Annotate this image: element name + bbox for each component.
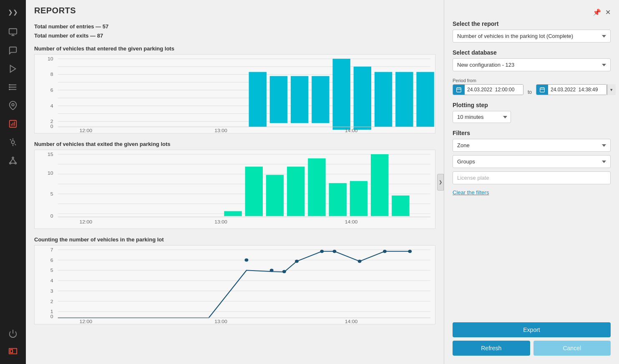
entries-value: 57 xyxy=(103,23,108,30)
svg-point-7 xyxy=(9,85,10,85)
main-body: Total number of entries — 57 Total numbe… xyxy=(26,18,444,364)
svg-text:13:00: 13:00 xyxy=(214,128,227,133)
zone-filter-dropdown[interactable]: Zone xyxy=(453,139,611,152)
sidebar-power-icon[interactable] xyxy=(5,326,21,341)
svg-text:2: 2 xyxy=(50,119,53,124)
stats-row: Total number of entries — 57 Total numbe… xyxy=(34,22,435,40)
sidebar: ❯❯ xyxy=(0,0,26,364)
svg-text:14:00: 14:00 xyxy=(345,319,358,324)
panel-top-icons: 📌 ✕ xyxy=(453,8,611,16)
svg-text:13:00: 13:00 xyxy=(214,319,227,324)
svg-rect-45 xyxy=(270,76,287,123)
svg-text:10: 10 xyxy=(48,171,53,176)
sidebar-item-list[interactable] xyxy=(5,79,21,95)
svg-rect-76 xyxy=(392,196,409,216)
svg-marker-3 xyxy=(10,65,16,73)
svg-text:5: 5 xyxy=(50,191,53,196)
refresh-button[interactable]: Refresh xyxy=(453,341,530,356)
svg-rect-71 xyxy=(287,167,304,216)
exits-stat: Total number of exits — 87 xyxy=(34,31,435,40)
svg-text:12:00: 12:00 xyxy=(79,128,92,133)
svg-point-97 xyxy=(270,269,274,272)
plotting-step-label: Plotting step xyxy=(453,102,611,108)
svg-text:6: 6 xyxy=(50,257,53,262)
entries-stat: Total number of entries — 57 xyxy=(34,22,435,31)
sidebar-item-reports[interactable] xyxy=(5,116,21,132)
filters-label: Filters xyxy=(453,130,611,136)
exits-value: 87 xyxy=(97,33,103,39)
svg-rect-69 xyxy=(245,167,263,216)
select-report-dropdown[interactable]: Number of vehicles in the parking lot (C… xyxy=(453,30,611,43)
svg-line-23 xyxy=(10,158,13,162)
sidebar-item-message[interactable] xyxy=(5,134,21,150)
svg-text:2: 2 xyxy=(50,299,53,304)
right-panel-expand-handle[interactable]: ❯ xyxy=(437,174,444,191)
date-range-dropdown-button[interactable]: ▾ xyxy=(607,84,616,95)
clear-filters-button[interactable]: Clear the filters xyxy=(453,189,489,196)
period-section: Period from to to xyxy=(453,78,611,95)
date-to-calendar-button[interactable] xyxy=(536,85,548,95)
chart-entries-section: Number of vehicles that entered the give… xyxy=(34,45,435,133)
sidebar-item-location[interactable] xyxy=(5,98,21,113)
sidebar-expand-icon[interactable]: ❯❯ xyxy=(5,4,21,20)
main-header: REPORTS xyxy=(26,0,444,18)
pin-button[interactable]: 📌 xyxy=(593,8,601,16)
svg-rect-49 xyxy=(354,67,371,130)
svg-rect-46 xyxy=(291,76,308,123)
chart-count-title: Counting the number of vehicles in the p… xyxy=(34,236,435,243)
svg-rect-28 xyxy=(10,350,13,353)
sidebar-expand-bottom-icon[interactable] xyxy=(5,344,21,360)
svg-rect-52 xyxy=(416,72,434,127)
svg-rect-48 xyxy=(332,59,350,130)
close-button[interactable]: ✕ xyxy=(605,8,611,16)
sidebar-item-play[interactable] xyxy=(5,61,21,77)
svg-rect-47 xyxy=(312,76,329,123)
svg-point-103 xyxy=(383,250,387,253)
date-to-input[interactable] xyxy=(548,85,606,95)
svg-rect-68 xyxy=(224,211,242,216)
svg-point-96 xyxy=(244,259,248,262)
btn-row: Refresh Cancel xyxy=(453,341,611,356)
date-from-input[interactable] xyxy=(465,85,523,95)
svg-point-20 xyxy=(12,157,14,159)
sidebar-item-monitor[interactable] xyxy=(5,24,21,40)
period-to-label: to xyxy=(528,82,532,95)
export-button[interactable]: Export xyxy=(453,322,611,337)
groups-filter-dropdown[interactable]: Groups xyxy=(453,155,611,168)
svg-point-99 xyxy=(295,260,299,263)
svg-text:1: 1 xyxy=(50,309,53,314)
select-database-dropdown[interactable]: New configuration - 123 xyxy=(453,58,611,71)
plotting-step-dropdown[interactable]: 1 minute 5 minutes 10 minutes 30 minutes… xyxy=(453,111,511,123)
svg-rect-75 xyxy=(371,154,388,216)
chart-exits-container: 15 10 5 0 xyxy=(34,150,435,229)
svg-rect-50 xyxy=(375,72,392,127)
svg-point-98 xyxy=(282,270,286,274)
period-from-col: Period from xyxy=(453,78,523,95)
svg-rect-113 xyxy=(540,88,545,92)
sidebar-item-network[interactable] xyxy=(5,153,21,168)
svg-point-101 xyxy=(332,250,336,253)
svg-text:4: 4 xyxy=(50,103,53,108)
chart-count-container: 7 6 5 4 3 2 1 0 xyxy=(34,245,435,324)
cancel-button[interactable]: Cancel xyxy=(533,341,611,356)
date-from-calendar-button[interactable] xyxy=(453,85,465,95)
plotting-step-section: Plotting step 1 minute 5 minutes 10 minu… xyxy=(453,102,611,123)
sidebar-item-chat[interactable] xyxy=(5,43,21,58)
main-content: REPORTS Total number of entries — 57 Tot… xyxy=(26,0,444,364)
svg-text:0: 0 xyxy=(50,314,53,319)
license-plate-input[interactable] xyxy=(453,171,611,184)
svg-text:0: 0 xyxy=(50,213,53,218)
select-report-section: Select the report Number of vehicles in … xyxy=(453,20,611,43)
svg-point-10 xyxy=(12,103,14,106)
chart-count-section: Counting the number of vehicles in the p… xyxy=(34,236,435,324)
svg-text:12:00: 12:00 xyxy=(79,219,92,224)
select-database-label: Select database xyxy=(453,49,611,56)
svg-rect-74 xyxy=(350,181,367,216)
svg-point-100 xyxy=(320,250,324,253)
svg-text:5: 5 xyxy=(50,268,53,273)
svg-text:10: 10 xyxy=(48,56,53,61)
select-report-label: Select the report xyxy=(453,20,611,27)
svg-rect-51 xyxy=(395,72,413,127)
svg-rect-72 xyxy=(308,158,325,216)
panel-spacer xyxy=(453,202,611,322)
